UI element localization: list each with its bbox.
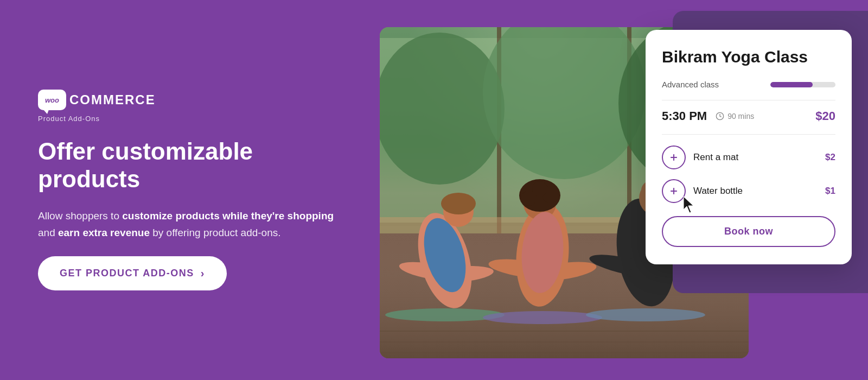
divider-2: [662, 134, 835, 135]
brand-tagline: Product Add-Ons: [38, 115, 342, 123]
svg-point-32: [586, 308, 705, 321]
body-bold-2: earn extra revenue: [58, 227, 150, 238]
svg-point-31: [483, 311, 602, 324]
woo-bubble-icon: woo: [38, 90, 66, 110]
addon-2-price: $1: [825, 186, 835, 197]
addon-row-1[interactable]: Rent a mat $2: [662, 145, 835, 169]
left-content: woo COMMERCE Product Add-Ons Offer custo…: [0, 0, 380, 380]
time-price-row: 5:30 PM 90 mins $20: [662, 109, 835, 123]
plus-icon-1: [668, 152, 679, 163]
cursor-pointer: [681, 195, 697, 216]
progress-bar-fill: [770, 82, 813, 87]
class-duration: 90 mins: [727, 112, 754, 121]
svg-point-21: [532, 181, 547, 197]
cta-chevron-icon: ›: [201, 267, 205, 280]
addon-row-2[interactable]: Water bottle $1: [662, 179, 835, 203]
class-price: $20: [815, 109, 835, 123]
cursor-icon: [681, 195, 697, 214]
right-content: Bikram Yoga Class Advanced class 5:30 PM…: [380, 0, 868, 380]
addon-1-price: $2: [825, 152, 835, 163]
cta-label: GET PRODUCT ADD-ONS: [60, 268, 194, 279]
class-level-label: Advanced class: [662, 80, 719, 89]
addon-1-label: Rent a mat: [693, 152, 818, 163]
logo-area: woo COMMERCE Product Add-Ons: [38, 90, 342, 123]
svg-marker-41: [684, 197, 693, 213]
body-bold-1: customize products while they're shoppin…: [122, 210, 334, 221]
body-text-part1: Allow shoppers to: [38, 210, 122, 221]
body-text-part2: and: [38, 227, 58, 238]
commerce-text: COMMERCE: [69, 93, 156, 106]
book-now-button[interactable]: Book now: [662, 216, 835, 247]
addon-1-plus-button[interactable]: [662, 145, 686, 169]
class-level-row: Advanced class: [662, 80, 835, 89]
class-time: 5:30 PM: [662, 109, 707, 123]
woo-icon-text: woo: [45, 96, 59, 104]
duration-area: 90 mins: [716, 112, 754, 121]
product-card: Bikram Yoga Class Advanced class 5:30 PM…: [646, 30, 852, 264]
divider-1: [662, 100, 835, 100]
body-text-part3: by offering product add-ons.: [150, 227, 281, 238]
plus-icon-2: [668, 186, 679, 197]
svg-point-12: [441, 193, 476, 214]
main-container: woo COMMERCE Product Add-Ons Offer custo…: [0, 0, 868, 380]
progress-bar-container: [770, 82, 835, 87]
logo-right-text: COMMERCE: [69, 93, 156, 106]
clock-icon: [716, 112, 724, 121]
logo-row: woo COMMERCE: [38, 90, 342, 110]
hero-body-text: Allow shoppers to customize products whi…: [38, 208, 342, 241]
cta-button[interactable]: GET PRODUCT ADD-ONS ›: [38, 256, 227, 290]
addon-2-label: Water bottle: [693, 186, 818, 197]
page-headline: Offer customizable products: [38, 138, 342, 193]
card-title: Bikram Yoga Class: [662, 47, 835, 67]
